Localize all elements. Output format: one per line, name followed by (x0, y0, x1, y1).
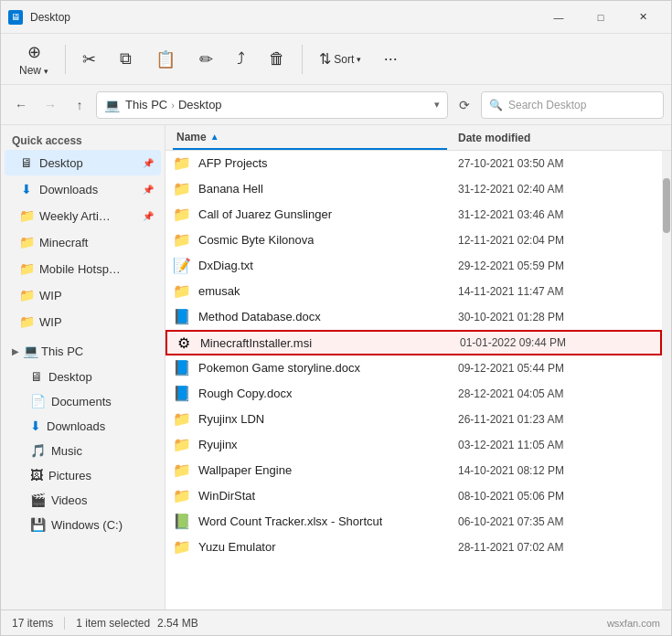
sidebar-label-downloads: Downloads (39, 183, 137, 196)
file-name-cell: 📁AFP Projects (173, 154, 447, 173)
address-input[interactable]: 💻 This PC › Desktop ▾ (96, 91, 448, 119)
search-box[interactable]: 🔍 Search Desktop (481, 91, 664, 119)
this-pc-icon: 💻 (23, 344, 37, 358)
more-options-button[interactable]: ··· (374, 43, 407, 76)
file-name-cell: 📁Ryujinx LDN (173, 410, 447, 429)
file-row[interactable]: 📁Ryujinx03-12-2021 11:05 AM (165, 432, 662, 458)
refresh-button[interactable]: ⟳ (452, 92, 477, 118)
file-row[interactable]: 📘Method Database.docx30-10-2021 01:28 PM (165, 304, 662, 330)
col-date-header[interactable]: Date modified (447, 132, 664, 144)
delete-icon: 🗑 (269, 49, 285, 69)
copy-button[interactable]: ⧉ (109, 37, 143, 81)
cut-button[interactable]: ✂ (71, 37, 107, 81)
file-row[interactable]: 📁Banana Hell31-12-2021 02:40 AM (165, 176, 662, 202)
this-pc-pictures[interactable]: 🖼 Pictures (5, 463, 161, 487)
file-row[interactable]: 📁Ryujinx LDN26-11-2021 01:23 AM (165, 407, 662, 432)
files-scroll[interactable]: 📁AFP Projects27-10-2021 03:50 AM📁Banana … (165, 151, 662, 610)
file-name-cell: 📘Pokemon Game storyline.docx (173, 359, 447, 377)
files-area: 📁AFP Projects27-10-2021 03:50 AM📁Banana … (165, 151, 671, 610)
sidebar-item-desktop[interactable]: 🖥 Desktop 📌 (5, 150, 161, 175)
file-name-cell: 📁Banana Hell (173, 180, 447, 198)
file-name-text: Ryujinx LDN (198, 412, 264, 426)
file-row[interactable]: 📘Rough Copy.docx28-12-2021 04:05 AM (165, 381, 662, 407)
file-row[interactable]: 📁emusak14-11-2021 11:47 AM (165, 279, 662, 304)
back-button[interactable]: ← (8, 92, 34, 118)
file-row[interactable]: 📁Cosmic Byte Kilonova12-11-2021 02:04 PM (165, 228, 662, 253)
thispc-music-icon: 🎵 (30, 443, 46, 458)
file-type-icon: 📁 (173, 282, 191, 301)
title-bar: 🖥 Desktop — □ ✕ (1, 1, 671, 34)
sidebar-item-mobilehotspot[interactable]: 📁 Mobile Hotsp… (5, 256, 161, 281)
scrollbar-thumb[interactable] (663, 178, 670, 233)
file-type-icon: ⚙ (175, 334, 193, 352)
new-button[interactable]: ⊕ New ▾ (8, 37, 59, 81)
this-pc-windows[interactable]: 💾 Windows (C:) (5, 513, 161, 536)
file-type-icon: 📁 (173, 206, 191, 224)
this-pc-music[interactable]: 🎵 Music (5, 439, 161, 462)
thispc-windows-icon: 💾 (30, 517, 46, 532)
sidebar-item-wip1[interactable]: 📁 WIP (5, 282, 161, 308)
file-row[interactable]: ⚙MinecraftInstaller.msi01-01-2022 09:44 … (165, 330, 662, 355)
file-date-cell: 08-10-2021 05:06 PM (447, 490, 655, 503)
minecraft-icon: 📁 (19, 235, 34, 249)
this-pc-documents[interactable]: 📄 Documents (5, 389, 161, 413)
file-name-text: Banana Hell (198, 182, 263, 196)
forward-button[interactable]: → (37, 92, 63, 118)
file-row[interactable]: 📘Pokemon Game storyline.docx09-12-2021 0… (165, 355, 662, 381)
paste-button[interactable]: 📋 (144, 37, 187, 81)
file-row[interactable]: 📝DxDiag.txt29-12-2021 05:59 PM (165, 253, 662, 279)
new-icon: ⊕ (27, 42, 41, 62)
this-pc-videos[interactable]: 🎬 Videos (5, 488, 161, 512)
sidebar-item-weekly[interactable]: 📁 Weekly Arti… 📌 (5, 203, 161, 228)
sort-button[interactable]: ⇅ Sort ▾ (308, 37, 372, 81)
sidebar-item-minecraft[interactable]: 📁 Minecraft (5, 229, 161, 255)
file-name-text: emusak (198, 284, 240, 298)
content-area: Quick access 🖥 Desktop 📌 ⬇ Downloads 📌 📁… (1, 125, 671, 610)
file-row[interactable]: 📁Yuzu Emulator28-11-2021 07:02 AM (165, 535, 662, 560)
col-name-header[interactable]: Name ▲ (173, 125, 447, 150)
delete-button[interactable]: 🗑 (258, 37, 296, 81)
file-row[interactable]: 📁Call of Juarez Gunslinger31-12-2021 03:… (165, 202, 662, 228)
path-this-pc[interactable]: This PC (125, 98, 167, 111)
file-name-cell: 📝DxDiag.txt (173, 257, 447, 275)
minimize-button[interactable]: — (538, 1, 580, 34)
file-type-icon: 📁 (173, 154, 191, 173)
file-name-cell: 📘Method Database.docx (173, 308, 447, 326)
desktop-icon: 🖥 (19, 155, 34, 170)
path-desktop[interactable]: Desktop (178, 98, 222, 111)
sidebar-item-wip2[interactable]: 📁 WIP (5, 309, 161, 334)
file-name-cell: 📁Call of Juarez Gunslinger (173, 206, 447, 224)
search-icon: 🔍 (489, 99, 503, 111)
this-pc-downloads[interactable]: ⬇ Downloads (5, 414, 161, 438)
sidebar-item-downloads[interactable]: ⬇ Downloads 📌 (5, 176, 161, 202)
file-date-cell: 09-12-2021 05:44 PM (447, 362, 655, 375)
expand-icon: ▶ (12, 346, 19, 356)
file-size: 2.54 MB (157, 617, 198, 630)
file-date-cell: 31-12-2021 03:46 AM (447, 208, 655, 221)
file-row[interactable]: 📁WinDirStat08-10-2021 05:06 PM (165, 483, 662, 509)
file-row[interactable]: 📁Wallpaper Engine14-10-2021 08:12 PM (165, 458, 662, 483)
app-icon: 🖥 (8, 10, 23, 25)
thispc-documents-icon: 📄 (30, 394, 46, 408)
this-pc-group[interactable]: ▶ 💻 This PC (5, 338, 161, 364)
thispc-music-label: Music (51, 444, 82, 458)
address-chevron-icon[interactable]: ▾ (434, 99, 440, 111)
file-date-cell: 30-10-2021 01:28 PM (447, 311, 655, 323)
status-bar: 17 items 1 item selected 2.54 MB wsxfan.… (1, 610, 671, 635)
vertical-scrollbar[interactable] (662, 151, 671, 610)
rename-button[interactable]: ✏ (188, 37, 224, 81)
watermark: wsxfan.com (607, 618, 660, 629)
pin-icon-desktop: 📌 (143, 158, 154, 168)
downloads-icon: ⬇ (19, 182, 34, 196)
up-button[interactable]: ↑ (67, 92, 92, 118)
share-button[interactable]: ⤴ (226, 37, 256, 81)
file-row[interactable]: 📗Word Count Tracker.xlsx - Shortcut06-10… (165, 509, 662, 535)
this-pc-desktop[interactable]: 🖥 Desktop (5, 365, 161, 388)
file-name-text: DxDiag.txt (198, 259, 253, 272)
close-button[interactable]: ✕ (622, 1, 664, 34)
maximize-button[interactable]: □ (580, 1, 622, 34)
file-row[interactable]: 📁AFP Projects27-10-2021 03:50 AM (165, 151, 662, 176)
file-date-cell: 31-12-2021 02:40 AM (447, 183, 655, 196)
thispc-desktop-icon: 🖥 (30, 369, 43, 384)
file-name-cell: 📁Yuzu Emulator (173, 538, 447, 556)
